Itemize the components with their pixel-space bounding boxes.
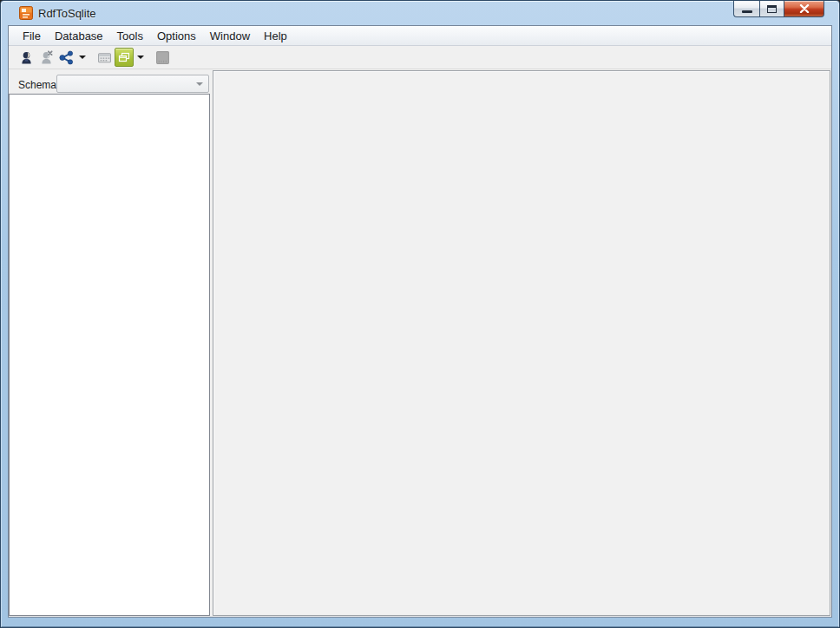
schema-tree-panel bbox=[9, 94, 210, 616]
menu-database[interactable]: Database bbox=[48, 28, 110, 44]
user-icon bbox=[19, 50, 34, 65]
window-layout-dropdown-button[interactable] bbox=[135, 48, 146, 67]
client-area: File Database Tools Options Window Help bbox=[8, 25, 832, 618]
minimize-button[interactable] bbox=[733, 1, 759, 17]
window-title: RdfToSqlite bbox=[38, 1, 95, 25]
maximize-button[interactable] bbox=[759, 1, 784, 17]
stop-icon bbox=[155, 50, 170, 65]
toolbar bbox=[9, 46, 831, 69]
window-layout-button[interactable] bbox=[115, 48, 134, 67]
menu-tools[interactable]: Tools bbox=[110, 28, 150, 44]
share-connection-button[interactable] bbox=[56, 48, 75, 67]
menu-window[interactable]: Window bbox=[203, 28, 257, 44]
share-icon bbox=[59, 50, 74, 65]
close-button[interactable] bbox=[784, 1, 824, 17]
app-icon bbox=[19, 6, 33, 20]
connect-user-button[interactable] bbox=[16, 48, 36, 67]
query-grid-icon bbox=[97, 50, 112, 65]
schema-combobox bbox=[56, 75, 209, 93]
window-green-icon bbox=[117, 50, 131, 64]
minimize-icon bbox=[742, 10, 752, 13]
app-window: RdfToSqlite File Database Tools Options … bbox=[0, 0, 840, 628]
combobox-arrow-icon bbox=[196, 82, 203, 86]
menubar: File Database Tools Options Window Help bbox=[9, 26, 831, 46]
user-x-icon bbox=[39, 50, 54, 65]
maximize-icon bbox=[767, 5, 777, 13]
disconnect-user-button bbox=[36, 48, 56, 67]
stop-button bbox=[153, 48, 172, 67]
menu-help[interactable]: Help bbox=[257, 28, 294, 44]
content-area: Schema bbox=[9, 69, 831, 617]
main-workspace-panel bbox=[213, 70, 830, 616]
query-window-button bbox=[95, 48, 114, 67]
share-connection-dropdown-button[interactable] bbox=[76, 48, 88, 67]
schema-label: Schema bbox=[18, 79, 56, 91]
titlebar[interactable]: RdfToSqlite bbox=[1, 1, 839, 25]
dropdown-arrow-icon bbox=[137, 56, 144, 59]
close-icon bbox=[799, 4, 810, 13]
window-controls bbox=[733, 1, 824, 18]
menu-options[interactable]: Options bbox=[150, 28, 203, 44]
dropdown-arrow-icon bbox=[79, 56, 86, 59]
menu-file[interactable]: File bbox=[16, 28, 48, 44]
